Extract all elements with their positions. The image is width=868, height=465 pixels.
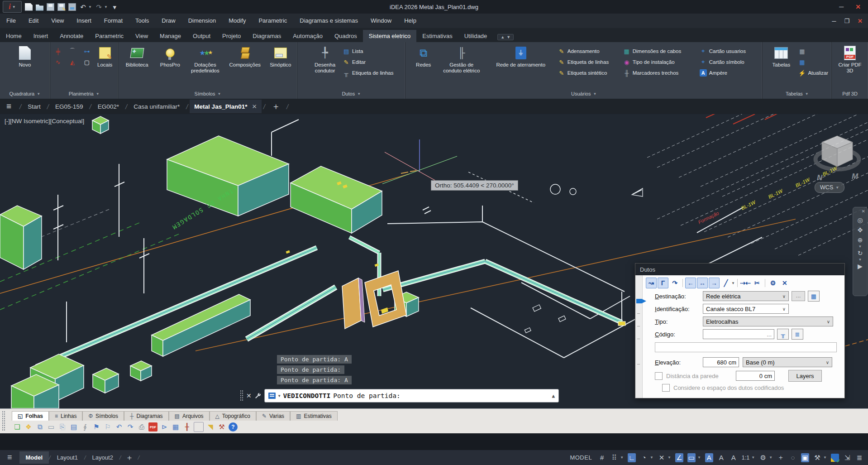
chevron-down-icon[interactable]: ▼ <box>620 455 624 460</box>
tab-arquivos[interactable]: ▤Arquivos <box>169 411 210 421</box>
compass-m[interactable]: M <box>852 172 858 181</box>
compass-n[interactable]: N <box>817 173 823 182</box>
clean-screen-icon[interactable]: ⇲ <box>843 453 851 462</box>
distancia-input[interactable]: 0 cm <box>736 371 775 381</box>
menu-file[interactable]: File <box>0 14 22 28</box>
new-file-icon[interactable] <box>25 3 33 11</box>
attach-icon[interactable]: ∮ <box>81 422 90 431</box>
ribbon-tab-projeto[interactable]: Projeto <box>216 30 247 42</box>
menu-window[interactable]: Window <box>364 14 398 28</box>
tipo-instalacao-button[interactable]: ◉Tipo de instalação <box>623 58 698 67</box>
steering-wheel-icon[interactable]: ◎ <box>857 216 863 224</box>
panel-label-usuarios[interactable]: Usuários▼ <box>405 89 762 99</box>
annotation-scale-icon[interactable]: A <box>730 453 738 462</box>
tools-wrench-icon[interactable]: ⚒ <box>813 453 821 462</box>
direction-left-button[interactable]: ← <box>685 278 696 288</box>
arc-duct-button[interactable]: ↷ <box>669 278 680 288</box>
help-icon[interactable]: ? <box>229 422 238 431</box>
annotation-visibility-icon[interactable]: A <box>705 453 713 462</box>
dialog-title[interactable]: Dutos <box>635 264 844 275</box>
half-fill-icon[interactable]: ◭ <box>69 58 76 66</box>
tipo-select[interactable]: Eletrocalhas∨ <box>703 316 833 326</box>
tab-linhas[interactable]: ≡Linhas <box>49 411 82 421</box>
cartao-usuarios-button[interactable]: ⌖Cartão usuarios <box>700 47 758 56</box>
panel-label-planimetria[interactable]: Planimetria▼ <box>50 89 118 99</box>
code-description-field[interactable] <box>655 342 837 352</box>
tab-estimativas[interactable]: ▥Estimativas <box>290 411 338 421</box>
rede-aterramento-button[interactable]: ⏚Rede de aterramento <box>486 44 556 69</box>
ribbon-tab-insert[interactable]: Insert <box>28 30 54 42</box>
criar-pdf-3d-button[interactable]: Criar PDF 3D <box>834 44 866 75</box>
tab-folhas[interactable]: ◱Folhas <box>12 411 49 421</box>
draw-mode-button[interactable]: ╱ <box>720 278 731 288</box>
pan-icon[interactable]: ✥ <box>858 226 863 234</box>
viewport-controls-label[interactable]: [-][NW Isometric][Conceptual] <box>5 118 84 125</box>
file-tabs-menu-icon[interactable]: ≡ <box>0 101 18 111</box>
layers-button[interactable]: Layers <box>788 370 822 382</box>
layout-tab-layout1[interactable]: Layout1 <box>51 451 84 464</box>
tab-topografico[interactable]: △Topográfico <box>210 411 256 421</box>
panel-label-tabelas[interactable]: Tabelas▼ <box>763 89 831 99</box>
list-lines-icon-button[interactable]: ≣ <box>792 329 803 340</box>
open-file-icon[interactable] <box>36 3 43 11</box>
command-close-icon[interactable]: ✕ <box>246 392 252 399</box>
ribbon-tab-sistema-eletrico[interactable]: Sistema eletrico <box>363 30 416 42</box>
panel-drag-handle[interactable] <box>2 411 5 431</box>
close-button[interactable]: ✕ <box>855 3 861 10</box>
lista-button[interactable]: ▤Lista <box>343 47 393 56</box>
menu-tools[interactable]: Tools <box>129 14 155 28</box>
tabelas-button[interactable]: Tabelas <box>766 44 796 69</box>
hardware-acceleration-icon[interactable]: ▣ <box>801 453 809 462</box>
qat-customize-icon[interactable]: ▾ <box>111 3 119 11</box>
ribbon-tab-diagramas[interactable]: Diagramas <box>247 30 287 42</box>
add-toggle-icon[interactable]: ＋ <box>777 453 785 462</box>
ribbon-tab-view[interactable]: View <box>129 30 154 42</box>
isolate-objects-icon[interactable]: ◌ <box>789 453 797 462</box>
blocks-grid-icon[interactable]: ▦ <box>171 422 180 431</box>
expand-history-icon[interactable]: ▲ <box>552 393 555 399</box>
locais-button[interactable]: Locais <box>96 44 114 69</box>
sheet-properties-icon[interactable]: ▤ <box>69 422 78 431</box>
split-button[interactable]: ✂ <box>752 278 763 288</box>
panel-label-quadratura[interactable]: Quadratura▼ <box>0 89 50 99</box>
phospro-button[interactable]: PhosPro <box>156 44 184 69</box>
isodraft-icon[interactable]: ✕ <box>658 453 666 462</box>
line-tool-icon[interactable]: ⊶ <box>83 48 91 55</box>
menu-edit[interactable]: Edit <box>22 14 45 28</box>
file-tab-eg002[interactable]: EG002* <box>93 100 124 113</box>
save-icon[interactable] <box>47 3 54 11</box>
join-points-button[interactable]: ⇢⇠ <box>740 278 751 288</box>
panel-label-simbolos[interactable]: Símbolos▼ <box>118 89 297 99</box>
redo-icon[interactable]: ↷ <box>95 3 103 11</box>
cancel-x-icon[interactable]: ✕ <box>779 278 790 288</box>
composicoes-button[interactable]: Composições <box>226 44 264 69</box>
codigo-input[interactable]: ... <box>703 329 774 339</box>
bookmark-add-icon[interactable]: ⚑ <box>92 422 101 431</box>
destinacao-select[interactable]: Rede elétrica∨ <box>703 291 789 301</box>
squiggle-tool-icon[interactable]: ∿ <box>54 58 62 66</box>
model-space-badge[interactable]: MODEL <box>570 454 592 461</box>
redo-icon[interactable]: ↷ <box>126 422 135 431</box>
ribbon-tab-quadros[interactable]: Quadros <box>329 30 363 42</box>
ribbon-tab-manage[interactable]: Manage <box>154 30 187 42</box>
redo-dropdown-icon[interactable]: ▼ <box>104 5 108 9</box>
annotation-scale-value[interactable]: 1:1 <box>742 455 749 461</box>
chevron-down-icon[interactable]: ▼ <box>751 455 755 460</box>
menu-format[interactable]: Format <box>98 14 129 28</box>
menu-draw[interactable]: Draw <box>155 14 181 28</box>
ampere-button[interactable]: AAmpère <box>700 68 758 77</box>
chevron-down-icon[interactable]: ▼ <box>858 258 862 262</box>
command-drag-handle[interactable] <box>240 390 243 402</box>
save-as-icon[interactable] <box>57 3 65 11</box>
menu-parametric[interactable]: Parametric <box>252 14 293 28</box>
command-input[interactable]: ▼ VEDICONDOTTI Ponto de partida: ▲ <box>264 389 559 403</box>
snap-toggle-icon[interactable]: ⠿ <box>610 453 618 462</box>
chevron-down-icon[interactable]: ▼ <box>769 455 773 460</box>
axis-marks-icon[interactable]: ╪ <box>54 48 62 55</box>
settings-gear-icon[interactable]: ⚙ <box>768 278 778 288</box>
ribbon-tab-parametric[interactable]: Parametric <box>89 30 129 42</box>
new-layout-button[interactable]: ＋ <box>121 452 138 463</box>
doc-minimize-button[interactable]: ─ <box>832 18 836 24</box>
orbit-icon[interactable]: ↻ <box>858 249 863 257</box>
tab-diagramas[interactable]: ┼Diagramas <box>124 411 169 421</box>
